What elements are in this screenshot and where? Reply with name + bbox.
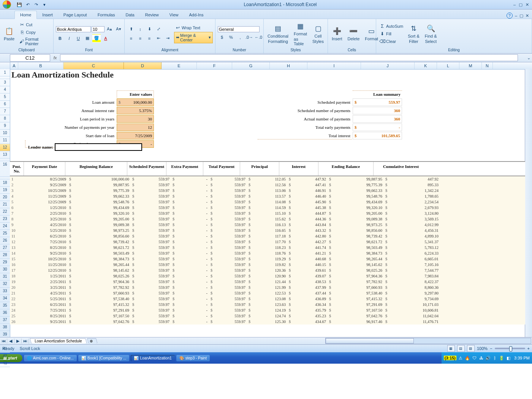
- row-header[interactable]: 13: [0, 151, 10, 158]
- align-top-icon[interactable]: ⬆: [127, 25, 135, 33]
- formula-bar-expand-icon[interactable]: ⌄: [526, 55, 532, 60]
- format-painter-button[interactable]: 🖌Format Painter: [18, 36, 51, 46]
- italic-button[interactable]: I: [65, 34, 73, 43]
- col-header-A[interactable]: A: [10, 62, 18, 69]
- align-center-icon[interactable]: ≡: [136, 34, 144, 43]
- table-row[interactable]: 138/25/2010$98,621.72$559.97$-$559.97$11…: [10, 245, 525, 250]
- tab-formulas[interactable]: Formulas: [92, 11, 120, 19]
- underline-button[interactable]: U: [74, 34, 82, 43]
- zoom-out-icon[interactable]: −: [490, 346, 492, 351]
- row-header[interactable]: 27: [0, 244, 10, 252]
- period-input[interactable]: 30: [117, 115, 154, 123]
- table-row[interactable]: 116/25/2010$98,856.60$559.97$-$559.97$11…: [10, 233, 525, 239]
- tab-insert[interactable]: Insert: [37, 11, 58, 19]
- row-header[interactable]: 3: [0, 79, 10, 86]
- zoom-in-icon[interactable]: +: [527, 346, 530, 351]
- col-header-E[interactable]: E: [162, 62, 197, 69]
- vertical-scrollbar[interactable]: [525, 69, 532, 337]
- table-row[interactable]: 1712/25/2010$98,145.62$559.97$-$559.97$1…: [10, 268, 525, 273]
- row-header[interactable]: 24: [0, 223, 10, 230]
- paste-button[interactable]: 📋Paste: [2, 25, 17, 43]
- row-header[interactable]: 29: [0, 259, 10, 266]
- doc-restore-icon[interactable]: ▢: [519, 13, 523, 18]
- grid-content[interactable]: Loan Amortization Schedule Enter values …: [10, 69, 525, 337]
- bold-button[interactable]: B: [56, 34, 64, 43]
- cut-button[interactable]: ✂Cut: [18, 21, 51, 28]
- npy-input[interactable]: 12: [117, 124, 154, 131]
- copy-button[interactable]: ⎘Copy: [18, 29, 51, 36]
- row-header[interactable]: 30: [0, 266, 10, 273]
- page-break-view-icon[interactable]: ▨: [467, 345, 475, 352]
- tab-page-layout[interactable]: Page Layout: [58, 11, 92, 19]
- name-box[interactable]: [10, 54, 50, 62]
- formula-bar[interactable]: [60, 54, 518, 61]
- tray-shield-icon[interactable]: 🛡: [472, 355, 477, 361]
- font-size-select[interactable]: [92, 26, 104, 32]
- save-icon[interactable]: 💾: [16, 1, 23, 8]
- table-row[interactable]: 269/25/2011$97,042.76$559.97$-$559.97$12…: [10, 319, 525, 325]
- row-header[interactable]: 36: [0, 309, 10, 317]
- row-header[interactable]: 33: [0, 288, 10, 295]
- redo-icon[interactable]: ↷: [33, 1, 40, 8]
- horizontal-scrollbar[interactable]: [325, 338, 531, 344]
- task-book1[interactable]: 📊Book1 [Compatibility ...: [78, 355, 129, 361]
- tray-warning-icon[interactable]: ⚠: [458, 355, 463, 361]
- table-row[interactable]: 192/25/2011$97,904.36$559.97$-$559.97$12…: [10, 279, 525, 285]
- font-name-select[interactable]: [56, 26, 91, 32]
- shrink-font-icon[interactable]: A▾: [114, 25, 123, 33]
- table-row[interactable]: 1510/25/2010$98,384.73$559.97$-$559.97$1…: [10, 256, 525, 262]
- row-header[interactable]: 12: [0, 144, 10, 151]
- table-row[interactable]: 258/25/2011$97,167.50$559.97$-$559.97$12…: [10, 313, 525, 319]
- decrease-decimal-icon[interactable]: ←.0: [254, 33, 263, 41]
- col-header-G[interactable]: G: [232, 62, 270, 69]
- row-header[interactable]: 31: [0, 273, 10, 280]
- row-header[interactable]: 26: [0, 237, 10, 244]
- loan-amount-input[interactable]: $100,000.00: [117, 98, 154, 106]
- fill-button[interactable]: ⬇Fill: [378, 30, 404, 37]
- tray-network-icon[interactable]: 🖧: [478, 355, 484, 361]
- sort-filter-button[interactable]: ⇅Sort &Filter: [405, 22, 422, 45]
- doc-minimize-icon[interactable]: –: [515, 13, 517, 18]
- minimize-icon[interactable]: –: [513, 2, 516, 7]
- page-layout-view-icon[interactable]: ▤: [457, 345, 465, 352]
- row-header[interactable]: 42: [0, 353, 10, 360]
- row-header[interactable]: 8: [0, 115, 10, 122]
- wrap-text-button[interactable]: ↩Wrap Text: [174, 24, 213, 31]
- insert-cells-button[interactable]: ➕Insert: [329, 25, 345, 43]
- row-header[interactable]: [0, 177, 10, 179]
- tray-bluetooth-icon[interactable]: ᛒ: [492, 355, 497, 361]
- row-header[interactable]: 5: [0, 93, 10, 101]
- delete-cells-button[interactable]: ➖Delete: [345, 25, 362, 43]
- new-sheet-icon[interactable]: ⊕: [87, 338, 98, 344]
- row-header[interactable]: 7: [0, 108, 10, 115]
- grow-font-icon[interactable]: A▴: [105, 25, 114, 33]
- table-row[interactable]: 512/25/2009$99,548.76$559.97$-$559.97$11…: [10, 199, 525, 205]
- currency-icon[interactable]: $: [218, 33, 226, 41]
- font-color-button[interactable]: A: [101, 34, 110, 43]
- cell-styles-button[interactable]: ▢CellStyles: [310, 22, 326, 45]
- row-header[interactable]: 41: [0, 345, 10, 353]
- row-header[interactable]: 25: [0, 230, 10, 237]
- comma-icon[interactable]: ,: [236, 33, 244, 41]
- sheet-first-icon[interactable]: ⏮: [0, 339, 7, 344]
- help-icon[interactable]: ?: [507, 13, 513, 19]
- zoom-level[interactable]: 100%: [477, 346, 488, 351]
- decrease-indent-icon[interactable]: ⇤: [154, 34, 163, 43]
- task-paint[interactable]: 🎨step3 - Paint: [176, 355, 210, 361]
- table-row[interactable]: 181/25/2011$98,025.26$559.97$-$559.97$12…: [10, 273, 525, 279]
- task-loan-amort[interactable]: 📊LoanAmortization1: [131, 355, 174, 361]
- zoom-slider[interactable]: [495, 348, 525, 349]
- row-header[interactable]: 16: [0, 161, 10, 177]
- sheet-tab-active[interactable]: Loan Amortization Schedule: [30, 338, 87, 344]
- qat-customize-icon[interactable]: ▾: [41, 1, 48, 8]
- table-row[interactable]: 94/25/2010$99,089.38$559.97$-$559.97$116…: [10, 222, 525, 228]
- sheet-last-icon[interactable]: ⏭: [22, 339, 29, 344]
- close-icon[interactable]: ✕: [526, 2, 529, 7]
- row-header[interactable]: 43: [0, 360, 10, 367]
- tray-clock[interactable]: 3:39 PM: [514, 356, 530, 360]
- table-row[interactable]: 203/25/2011$97,782.92$559.97$-$559.97$12…: [10, 285, 525, 290]
- tray-volume-icon[interactable]: 🔊: [485, 355, 491, 361]
- row-header[interactable]: 18: [0, 179, 10, 187]
- col-header-F[interactable]: F: [197, 62, 232, 69]
- row-header[interactable]: 34: [0, 295, 10, 302]
